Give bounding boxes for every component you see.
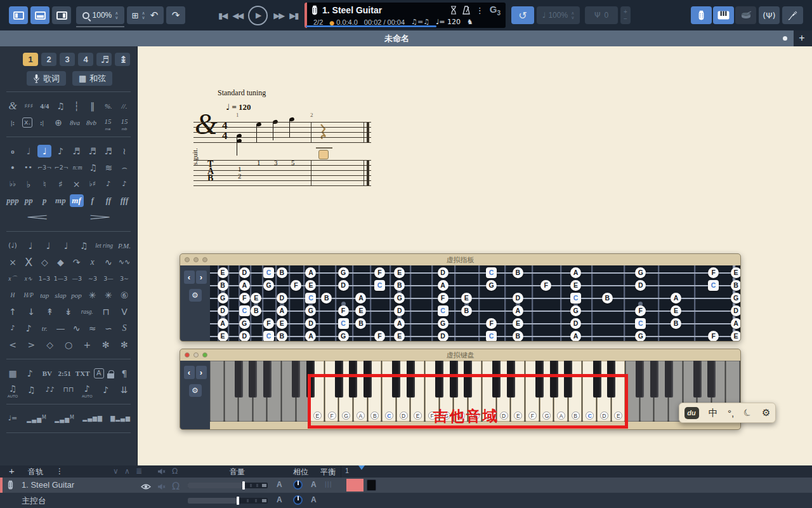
palette-item[interactable]: |:	[6, 116, 20, 129]
palette-item[interactable]: ⊕	[51, 116, 65, 129]
fret-note[interactable]: F	[438, 293, 449, 304]
palette-item[interactable]: tr.	[37, 322, 51, 335]
palette-item[interactable]: ff	[102, 194, 115, 207]
fret-note[interactable]: D	[218, 305, 228, 316]
palette-item[interactable]: ✳	[86, 289, 100, 302]
fret-note[interactable]: E	[513, 318, 523, 329]
palette-item[interactable]: ⌢	[117, 161, 131, 174]
fret-note[interactable]: B	[251, 305, 261, 316]
fret-note[interactable]: A	[513, 305, 523, 316]
multivoice-button[interactable]: ♬	[96, 53, 112, 66]
playback-progress-bar[interactable]	[306, 25, 436, 27]
palette-item[interactable]: ••	[22, 161, 36, 174]
redo-button[interactable]: ↷	[166, 6, 185, 24]
palette-item[interactable]: 1⌢3	[37, 272, 51, 285]
fret-note[interactable]: A	[277, 305, 287, 316]
fret-note[interactable]: D	[635, 280, 646, 291]
palette-item[interactable]: ♪AUTO	[80, 382, 94, 398]
fretboard-next-button[interactable]: ›	[196, 271, 207, 284]
virtual-fretboard-window[interactable]: 虚拟指板 ‹ › ⚙ EFGABCDEFGABCDEBCDEFGABCDEFGA…	[180, 253, 741, 342]
fret-note[interactable]: E	[394, 267, 405, 278]
fret-note[interactable]: A	[731, 318, 742, 329]
score-area[interactable]: Standard tuning ♩ = 120 s.guit. & 44 1 2	[138, 46, 812, 465]
palette-item[interactable]: 4/4	[37, 100, 51, 112]
palette-item[interactable]: ‖	[86, 100, 100, 112]
keyboard-prev-button[interactable]: ‹	[184, 366, 195, 379]
fret-note[interactable]: G	[263, 280, 274, 291]
fret-note[interactable]: D	[394, 305, 405, 316]
speed-stepper[interactable]: ∧∨	[571, 11, 574, 20]
black-key[interactable]	[249, 361, 257, 398]
play-button[interactable]: ▶	[248, 6, 268, 25]
fret-note[interactable]: G	[305, 305, 316, 316]
fret-note[interactable]: F	[540, 280, 551, 291]
zoom-stepper[interactable]: ∧∨	[115, 11, 118, 20]
palette-item[interactable]: ♪	[22, 322, 36, 335]
voice-3-button[interactable]: 3	[60, 53, 75, 66]
palette-item[interactable]: 3∼	[117, 272, 131, 285]
fret-note[interactable]: F	[338, 305, 349, 316]
fret-note[interactable]: D	[513, 293, 523, 304]
fret-note[interactable]: C	[338, 318, 349, 329]
palette-item[interactable]: V	[117, 305, 131, 318]
fret-note[interactable]: B	[602, 293, 613, 304]
palette-item[interactable]: 3—	[102, 272, 115, 285]
rewind-button[interactable]: ◀◀	[232, 11, 242, 20]
palette-item[interactable]: ▂▄▆▇	[82, 412, 103, 425]
fret-note[interactable]: G	[731, 293, 742, 304]
palette-item[interactable]: ♭	[22, 178, 36, 190]
layout-left-panel-button[interactable]	[9, 6, 28, 24]
eq-fader-icon[interactable]: |||	[325, 480, 332, 488]
pitch-stepper[interactable]: +−	[620, 6, 631, 24]
collapse-icon[interactable]: ∨	[113, 467, 119, 476]
palette-item[interactable]: %.	[102, 100, 115, 112]
palette-item[interactable]: ✻	[99, 338, 113, 351]
fret-note[interactable]: B	[513, 331, 523, 342]
chords-button[interactable]: ▦ 和弦	[72, 71, 112, 86]
mute-icon[interactable]	[157, 481, 166, 493]
palette-item[interactable]: &	[6, 100, 20, 112]
fret-note[interactable]: D	[570, 318, 581, 329]
tracks-menu-icon[interactable]: ⋮	[56, 467, 63, 476]
fret-note[interactable]: E	[731, 267, 742, 278]
fret-note[interactable]: F	[708, 331, 719, 342]
ime-language-toggle[interactable]: 中	[709, 407, 718, 419]
fret-note[interactable]: F	[263, 318, 274, 329]
palette-item[interactable]: 15mb	[117, 115, 131, 131]
palette-item[interactable]: ♪	[102, 178, 115, 190]
palette-item[interactable]: ♫	[24, 384, 38, 396]
palette-item[interactable]: ♬	[70, 145, 84, 157]
playback-speed-control[interactable]: ♩ 100% ∧∨	[537, 6, 580, 24]
track-menu-icon[interactable]: ⋮	[476, 6, 484, 15]
palette-item[interactable]: n:m	[70, 161, 84, 174]
palette-item[interactable]: <	[6, 338, 20, 351]
fret-note[interactable]: C	[570, 293, 581, 304]
ime-toolbar[interactable]: du 中 °, ☾ ⚙	[679, 403, 776, 423]
show-keyboard-button[interactable]	[713, 6, 734, 24]
fret-note[interactable]: B	[218, 280, 228, 291]
undo-button[interactable]: ↶	[145, 6, 164, 24]
fret-note[interactable]: D	[438, 331, 449, 342]
palette-item[interactable]: ×	[6, 256, 20, 269]
palette-item[interactable]: ♫	[86, 161, 100, 174]
palette-item[interactable]: ♫	[53, 100, 67, 112]
black-key[interactable]	[665, 361, 673, 398]
master-volume-automation[interactable]: A	[277, 495, 282, 504]
fret-note[interactable]: A	[570, 331, 581, 342]
palette-item[interactable]: ♮	[37, 178, 51, 190]
fret-note[interactable]: G	[218, 293, 228, 304]
fret-note[interactable]: B	[513, 267, 523, 278]
palette-item[interactable]: 8va	[68, 116, 82, 129]
palette-item[interactable]: 2:51	[58, 367, 72, 380]
palette-item[interactable]: x∿	[22, 272, 36, 285]
palette-item[interactable]: pop	[70, 289, 84, 302]
palette-item[interactable]: fff	[117, 194, 131, 207]
fret-note[interactable]: F	[291, 280, 301, 291]
palette-item[interactable]: ▦	[6, 367, 20, 380]
fret-note[interactable]: A	[570, 267, 581, 278]
palette-item[interactable]: ⌐3¬	[37, 161, 52, 174]
black-key[interactable]	[235, 361, 243, 398]
fret-note[interactable]: A	[305, 267, 316, 278]
palette-item[interactable]: ◆	[53, 256, 67, 269]
palette-item[interactable]: let ring	[95, 239, 114, 252]
